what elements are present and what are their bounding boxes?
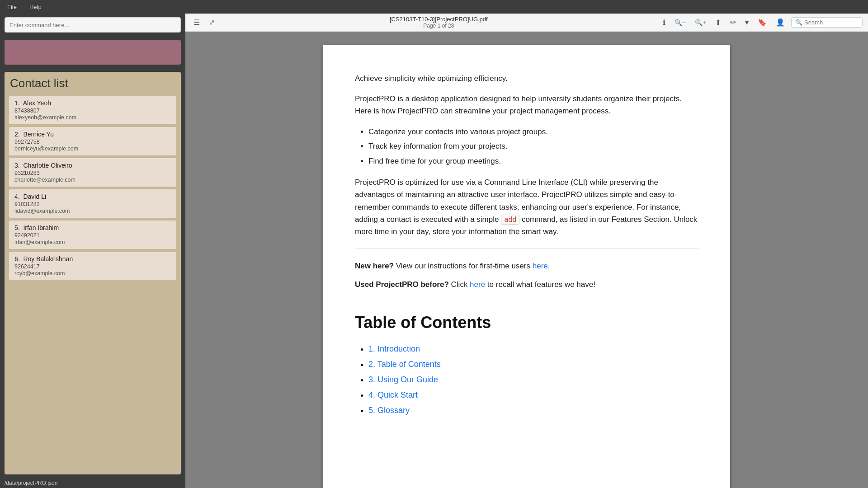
zoom-in-button[interactable]: 🔍+ bbox=[692, 17, 709, 28]
toc-list: 1. Introduction2. Table of Contents3. Us… bbox=[355, 341, 698, 418]
new-here-paragraph: New here? View our instructions for firs… bbox=[355, 260, 698, 272]
contact-cards-container: 1. Alex Yeoh 87438807 alexyeoh@example.c… bbox=[9, 96, 176, 280]
used-before-text: Click bbox=[449, 280, 470, 289]
contact-card[interactable]: 3. Charlotte Oliveiro 93210283 charlotte… bbox=[9, 158, 176, 187]
pdf-page: Achieve simplicity while optimizing effi… bbox=[323, 45, 730, 488]
contact-list-title: Contact list bbox=[9, 76, 176, 90]
status-text: /data/projectPRO.json bbox=[5, 480, 57, 486]
pdf-panel: ☰ ⤢ [CS2103T-T10-3][ProjectPRO]UG.pdf Pa… bbox=[185, 14, 868, 488]
used-before-bold: Used ProjectPRO before? bbox=[355, 280, 449, 289]
contact-email: berniceyu@example.com bbox=[14, 145, 171, 152]
contact-name: 5. Irfan Ibrahim bbox=[14, 224, 171, 231]
contact-phone: 87438807 bbox=[14, 108, 171, 114]
pdf-toolbar: ☰ ⤢ [CS2103T-T10-3][ProjectPRO]UG.pdf Pa… bbox=[185, 14, 868, 32]
toc-item: 4. Quick Start bbox=[368, 387, 698, 403]
used-before-after: to recall what features we have! bbox=[485, 280, 595, 289]
zoom-out-button[interactable]: 🔍− bbox=[672, 17, 689, 28]
new-here-link[interactable]: here bbox=[533, 262, 548, 270]
contact-phone: 91031282 bbox=[14, 201, 171, 207]
intro-para1: Achieve simplicity while optimizing effi… bbox=[355, 72, 698, 84]
cli-paragraph: ProjectPRO is optimized for use via a Co… bbox=[355, 176, 698, 238]
cli-code-tag: add bbox=[501, 215, 519, 225]
search-icon: 🔍 bbox=[795, 19, 802, 26]
contact-phone: 93210283 bbox=[14, 170, 171, 176]
toc-link[interactable]: 3. Using Our Guide bbox=[368, 375, 438, 384]
toc-link[interactable]: 4. Quick Start bbox=[368, 390, 418, 399]
contact-name: 4. David Li bbox=[14, 193, 171, 200]
left-panel: Contact list 1. Alex Yeoh 87438807 alexy… bbox=[0, 14, 185, 488]
toc-item: 3. Using Our Guide bbox=[368, 372, 698, 387]
main-layout: Contact list 1. Alex Yeoh 87438807 alexy… bbox=[0, 14, 868, 488]
new-here-text: View our instructions for first-time use… bbox=[394, 262, 533, 270]
divider-2 bbox=[355, 302, 698, 302]
menu-bar: File Help bbox=[0, 0, 868, 14]
feature-item-2: Track key information from your projects… bbox=[368, 140, 698, 153]
toc-link[interactable]: 5. Glossary bbox=[368, 406, 410, 415]
used-before-link[interactable]: here bbox=[470, 280, 485, 289]
contact-card[interactable]: 1. Alex Yeoh 87438807 alexyeoh@example.c… bbox=[9, 96, 176, 124]
sidebar-toggle-button[interactable]: ☰ bbox=[191, 16, 203, 28]
contact-name: 6. Roy Balakrishnan bbox=[14, 255, 171, 263]
toc-item: 2. Table of Contents bbox=[368, 357, 698, 372]
contact-name: 2. Bernice Yu bbox=[14, 131, 171, 138]
pdf-search-box: 🔍 bbox=[791, 17, 863, 28]
contact-card[interactable]: 4. David Li 91031282 lidavid@example.com bbox=[9, 189, 176, 218]
bookmark-button[interactable]: 🔖 bbox=[755, 16, 769, 28]
annotate-button[interactable]: ✏ bbox=[727, 16, 739, 28]
toc-link[interactable]: 2. Table of Contents bbox=[368, 360, 441, 369]
new-here-bold: New here? bbox=[355, 262, 394, 270]
toc-link[interactable]: 1. Introduction bbox=[368, 344, 420, 353]
info-button[interactable]: ℹ bbox=[660, 16, 668, 28]
contact-email: royb@example.com bbox=[14, 270, 171, 277]
new-here-period: . bbox=[548, 262, 550, 270]
annotate-dropdown[interactable]: ▾ bbox=[742, 16, 751, 28]
toc-item: 1. Introduction bbox=[368, 341, 698, 357]
contact-card[interactable]: 6. Roy Balakrishnan 92624417 royb@exampl… bbox=[9, 252, 176, 280]
intro-para2: ProjectPRO is a desktop application desi… bbox=[355, 93, 698, 117]
pdf-page-info: Page 1 of 28 bbox=[423, 23, 454, 29]
pdf-title: [CS2103T-T10-3][ProjectPRO]UG.pdf bbox=[390, 16, 488, 23]
contact-card[interactable]: 5. Irfan Ibrahim 92492021 irfan@example.… bbox=[9, 221, 176, 249]
feature-list: Categorize your contacts into various pr… bbox=[355, 126, 698, 169]
contact-phone: 99272758 bbox=[14, 139, 171, 145]
status-bar: /data/projectPRO.json bbox=[0, 478, 185, 488]
contact-email: irfan@example.com bbox=[14, 239, 171, 245]
contact-phone: 92492021 bbox=[14, 232, 171, 239]
contact-card[interactable]: 2. Bernice Yu 99272758 berniceyu@example… bbox=[9, 127, 176, 155]
toc-heading: Table of Contents bbox=[355, 313, 698, 332]
contact-email: charlotte@example.com bbox=[14, 177, 171, 183]
pink-banner bbox=[5, 40, 181, 65]
contact-list-container: Contact list 1. Alex Yeoh 87438807 alexy… bbox=[5, 72, 181, 474]
menu-file[interactable]: File bbox=[5, 3, 19, 11]
toc-item: 5. Glossary bbox=[368, 403, 698, 418]
contact-name: 1. Alex Yeoh bbox=[14, 99, 171, 107]
used-before-paragraph: Used ProjectPRO before? Click here to re… bbox=[355, 278, 698, 291]
contact-email: alexyeoh@example.com bbox=[14, 114, 171, 121]
expand-button[interactable]: ⤢ bbox=[206, 16, 217, 28]
pdf-content-area: Achieve simplicity while optimizing effi… bbox=[185, 32, 868, 488]
command-input[interactable] bbox=[5, 17, 181, 33]
person-button[interactable]: 👤 bbox=[773, 16, 788, 28]
menu-help[interactable]: Help bbox=[27, 3, 44, 11]
command-input-container bbox=[0, 14, 185, 36]
feature-item-3: Find free time for your group meetings. bbox=[368, 155, 698, 168]
divider-1 bbox=[355, 249, 698, 249]
contact-phone: 92624417 bbox=[14, 263, 171, 270]
feature-item-1: Categorize your contacts into various pr… bbox=[368, 126, 698, 139]
pdf-search-input[interactable] bbox=[804, 19, 859, 26]
share-button[interactable]: ⬆ bbox=[712, 16, 724, 28]
contact-name: 3. Charlotte Oliveiro bbox=[14, 162, 171, 169]
contact-email: lidavid@example.com bbox=[14, 208, 171, 214]
